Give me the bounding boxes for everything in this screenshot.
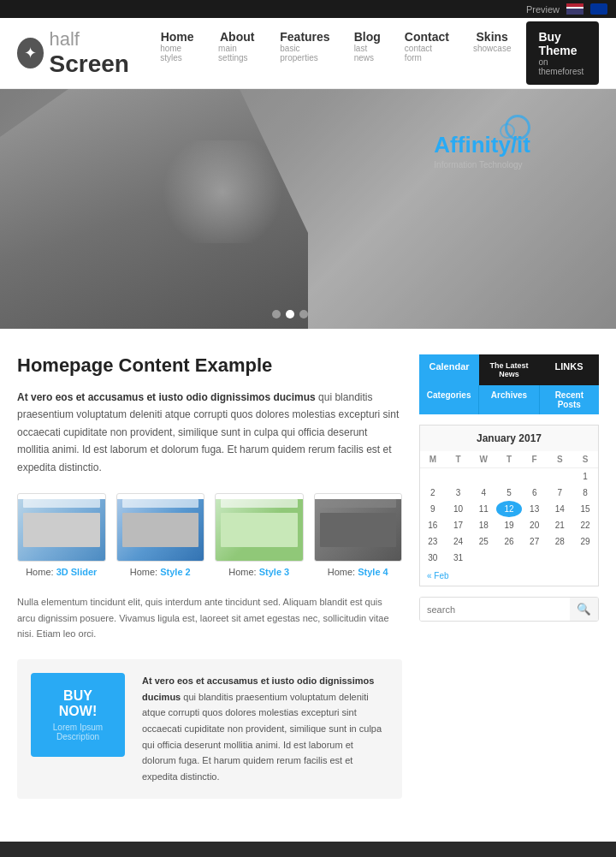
- search-input[interactable]: [420, 598, 570, 621]
- flag-eu-icon[interactable]: [590, 3, 607, 15]
- calendar-day[interactable]: 5: [496, 485, 522, 501]
- calendar-day[interactable]: 28: [548, 533, 573, 550]
- calendar-day[interactable]: 23: [420, 533, 446, 550]
- hero-circle-deco2: [500, 123, 515, 139]
- cta-text: At vero eos et accusamus et iusto odio d…: [142, 673, 388, 785]
- search-button[interactable]: 🔍: [570, 598, 598, 621]
- calendar-day[interactable]: 1: [572, 468, 598, 485]
- calendar-day: [420, 468, 446, 485]
- calendar-header-row: M T W T F S S: [420, 451, 598, 468]
- calendar-day[interactable]: 25: [471, 533, 496, 550]
- calendar-day[interactable]: 14: [548, 501, 573, 517]
- sidebar: Calendar The Latest News LINKS Categorie…: [419, 354, 599, 816]
- calendar-grid: M T W T F S S 12345678910111213141516171…: [420, 451, 598, 566]
- calendar-title: January 2017: [420, 426, 598, 451]
- main-content: Homepage Content Example At vero eos et …: [0, 329, 616, 842]
- thumb-label-1: Home: 3D Slider: [17, 567, 106, 577]
- nav-features[interactable]: Features basic properties: [268, 21, 341, 85]
- calendar-day: [522, 468, 548, 485]
- calendar-day[interactable]: 11: [471, 501, 496, 517]
- hero-section: Affinity/it Information Technology: [0, 89, 616, 329]
- logo: ✦ half Screen: [17, 28, 148, 78]
- thumb-label-2: Home: Style 2: [116, 567, 205, 577]
- nav-home[interactable]: Home home styles: [148, 21, 206, 85]
- calendar-day[interactable]: 22: [572, 517, 598, 533]
- nav-blog[interactable]: Blog last news: [342, 21, 393, 85]
- calendar-day: [471, 550, 496, 566]
- calendar-day: [572, 550, 598, 566]
- thumb-img-2: [116, 493, 205, 562]
- calendar-day[interactable]: 3: [446, 485, 471, 501]
- calendar-day[interactable]: 27: [522, 533, 548, 550]
- slide-dot-3[interactable]: [299, 310, 308, 318]
- calendar-day[interactable]: 16: [420, 517, 446, 533]
- slide-dot-2[interactable]: [286, 310, 294, 318]
- calendar-day[interactable]: 10: [446, 501, 471, 517]
- hero-brand-container: Affinity/it Information Technology: [434, 132, 530, 170]
- hero-dots: [272, 310, 308, 318]
- calendar-day[interactable]: 26: [496, 533, 522, 550]
- calendar-day[interactable]: 12: [496, 501, 522, 517]
- thumb-item-2: Home: Style 2: [116, 493, 205, 577]
- calendar-day[interactable]: 29: [572, 533, 598, 550]
- thumb-img-3: [215, 493, 304, 562]
- calendar-day[interactable]: 8: [572, 485, 598, 501]
- nav-contact[interactable]: Contact contact form: [393, 21, 461, 85]
- calendar-day: [471, 468, 496, 485]
- logo-text: half Screen: [49, 28, 148, 78]
- calendar-week-row: 16171819202122: [420, 517, 598, 533]
- calendar-day[interactable]: 4: [471, 485, 496, 501]
- nav-skins[interactable]: Skins showcase: [461, 21, 523, 85]
- calendar-day[interactable]: 24: [446, 533, 471, 550]
- sidebar-tab-links[interactable]: LINKS: [539, 354, 599, 385]
- thumb-item-1: Home: 3D Slider: [17, 493, 106, 577]
- sidebar-sub-tabs: Categories Archives Recent Posts: [419, 385, 599, 414]
- hero-brand-sub: Information Technology: [434, 160, 530, 170]
- flag-us-icon[interactable]: [566, 3, 583, 15]
- calendar-week-row: 9101112131415: [420, 501, 598, 517]
- calendar: January 2017 M T W T F S S 1234567891011…: [419, 425, 599, 586]
- calendar-day[interactable]: 13: [522, 501, 548, 517]
- page-intro: At vero eos et accusamus et iusto odio d…: [17, 389, 402, 476]
- calendar-day: [548, 550, 573, 566]
- logo-icon: ✦: [17, 38, 44, 68]
- thumb-item-3: Home: Style 3: [215, 493, 304, 577]
- slide-dot-1[interactable]: [272, 310, 281, 318]
- calendar-day[interactable]: 31: [446, 550, 471, 566]
- body-text: Nulla elementum tincidunt elit, quis int…: [17, 594, 402, 642]
- sidebar-tab-calendar[interactable]: Calendar: [419, 354, 479, 385]
- sidebar-sub-archives[interactable]: Archives: [479, 385, 539, 414]
- top-bar: Preview: [0, 0, 616, 18]
- thumb-img-4: [314, 493, 403, 562]
- cta-section: BUY NOW! Lorem Ipsum Description At vero…: [17, 659, 402, 799]
- content-left: Homepage Content Example At vero eos et …: [17, 354, 402, 816]
- thumb-label-3: Home: Style 3: [215, 567, 304, 577]
- calendar-prev[interactable]: « Feb: [420, 566, 598, 586]
- calendar-day[interactable]: 6: [522, 485, 548, 501]
- sidebar-sub-recent[interactable]: Recent Posts: [540, 385, 599, 414]
- nav-buy-theme[interactable]: Buy Theme on themeforest: [526, 21, 599, 85]
- calendar-day[interactable]: 17: [446, 517, 471, 533]
- sidebar-sub-categories[interactable]: Categories: [419, 385, 479, 414]
- calendar-week-row: 23242526272829: [420, 533, 598, 550]
- calendar-day: [496, 550, 522, 566]
- calendar-week-row: 2345678: [420, 485, 598, 501]
- calendar-day[interactable]: 30: [420, 550, 446, 566]
- calendar-day[interactable]: 21: [548, 517, 573, 533]
- calendar-day[interactable]: 9: [420, 501, 446, 517]
- thumb-item-4: Home: Style 4: [314, 493, 403, 577]
- calendar-day[interactable]: 18: [471, 517, 496, 533]
- calendar-day[interactable]: 20: [522, 517, 548, 533]
- sidebar-tab-news[interactable]: The Latest News: [479, 354, 539, 385]
- calendar-day[interactable]: 7: [548, 485, 573, 501]
- calendar-day: [522, 550, 548, 566]
- nav-about[interactable]: About main settings: [206, 21, 268, 85]
- calendar-day: [446, 468, 471, 485]
- calendar-day[interactable]: 19: [496, 517, 522, 533]
- calendar-day: [496, 468, 522, 485]
- thumb-img-1: [17, 493, 106, 562]
- calendar-day: [548, 468, 573, 485]
- cta-button[interactable]: BUY NOW! Lorem Ipsum Description: [31, 673, 125, 757]
- calendar-day[interactable]: 2: [420, 485, 446, 501]
- calendar-day[interactable]: 15: [572, 501, 598, 517]
